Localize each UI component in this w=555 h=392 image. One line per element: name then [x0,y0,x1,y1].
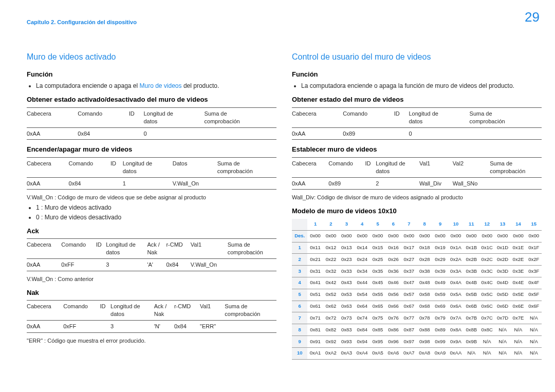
hex-cell: 0x31 [307,266,323,277]
hex-cell: N/A [526,347,542,359]
hex-cell: 0x26 [385,254,401,266]
hex-cell: 0x5A [448,289,464,301]
hex-row-header: 8 [292,324,307,336]
hex-cell: 0x84 [355,324,370,336]
hex-cell: 0x76 [385,312,401,324]
hex-cell: 0x94 [355,336,370,348]
cell [394,127,409,140]
funcion-bullet-r: La computadora enciende o apaga la funci… [301,82,542,90]
hex-cell: 0x58 [417,289,432,301]
cell: 0xAA [27,177,69,190]
hex-cell: 0x88 [417,324,432,336]
funcion-pre: La computadora enciende o apaga el [36,82,140,89]
hex-cell: 0x00 [355,230,370,242]
hex-cell: 0x51 [307,289,323,301]
hex-cell: 0x2A [448,254,464,266]
col-header: Cabecera [27,301,63,321]
hex-col-header: 3 [339,219,354,230]
col-header: Cabecera [292,107,343,127]
hex-cell: 0x38 [417,266,432,277]
hex-cell: 0x39 [432,266,448,277]
hex-row-header: 3 [292,266,307,277]
cell: 0 [409,127,469,140]
cell [470,127,542,140]
hex-cell: 0x1F [526,242,542,254]
hex-cell: 0x21 [307,254,323,266]
hex-cell: 0x5B [464,289,479,301]
hex-cell: 0x6C [479,301,495,312]
hex-cell: 0xA2 [323,347,339,359]
hex-cell: 0x7D [495,312,510,324]
hex-cell: 0x95 [370,336,385,348]
hex-cell: 0x3D [495,266,510,277]
page-number: 29 [525,8,540,26]
cell: 0xAA [292,127,343,140]
hex-cell: N/A [526,336,542,348]
col-header: Comando [78,107,128,127]
hex-cell: 0x4D [495,277,510,289]
hex-cell: 0x44 [355,277,370,289]
hex-cell: 0x1E [510,242,526,254]
hex-cell: 0x77 [401,312,417,324]
hex-row-header: Des. [292,230,307,242]
hex-cell: 0x00 [432,230,448,242]
hex-col-header [292,219,307,230]
hex-cell: 0x5C [479,289,495,301]
hex-cell: 0x75 [370,312,385,324]
col-header: Cabecera [27,157,69,177]
hex-cell: 0xA8 [417,347,432,359]
breadcrumb: Capítulo 2. Configuración del dispositiv… [27,18,137,26]
col-header: ID [100,301,110,321]
hex-cell: 0x4C [479,277,495,289]
note-0: 0 : Muro de videos desactivado [36,213,276,221]
cell [365,177,376,190]
hex-cell: N/A [510,324,526,336]
hex-col-header: 4 [355,219,370,230]
hex-cell: N/A [495,336,510,348]
col-header: Ack /Nak [147,239,166,259]
hex-cell: 0x97 [401,336,417,348]
hex-cell: 0xA7 [401,347,417,359]
hex-col-header: 7 [401,219,417,230]
col-header: Comando [328,157,365,177]
hex-cell: 0x43 [339,277,354,289]
hex-cell: 0x67 [401,301,417,312]
hex-cell: 0x6E [510,301,526,312]
hex-cell: 0x68 [417,301,432,312]
hex-cell: 0x46 [385,277,401,289]
col-header: Suma decomprobación [490,157,542,177]
hex-cell: 0x00 [370,230,385,242]
heading-set-l: Encender/apagar muro de videos [27,145,276,154]
funcion-bullet-l: La computadora enciende o apaga el Muro … [36,82,276,90]
col-header: ID [96,239,106,259]
hex-cell: 0x32 [323,266,339,277]
hex-cell: 0x2F [526,254,542,266]
hex-cell: 0x3B [464,266,479,277]
hex-col-header: 12 [479,219,495,230]
hex-cell: N/A [526,324,542,336]
hex-cell: 0x74 [355,312,370,324]
cell: 'A' [147,258,166,271]
cell: 0x84 [69,177,111,190]
hex-cell: 0x3C [479,266,495,277]
col-header: ID [394,107,409,127]
hex-cell: N/A [526,312,542,324]
hex-cell: 0x00 [495,230,510,242]
note-1: 1 : Muro de videos activado [36,203,276,212]
hex-cell: 0xA9 [432,347,448,359]
hex-cell: 0x69 [432,301,448,312]
col-header: Suma decomprobación [217,157,276,177]
hex-col-header: 15 [526,219,542,230]
cell: Wall_SNo [453,177,490,190]
hex-cell: 0x12 [323,242,339,254]
cell: 0x84 [174,320,200,332]
hex-cell: 0x4B [464,277,479,289]
cell: 0x89 [328,177,365,190]
hex-cell: 0x17 [401,242,417,254]
hex-row-header: 10 [292,347,307,359]
hex-col-header: 10 [448,219,464,230]
hex-cell: 0x13 [339,242,354,254]
hex-cell: 0x54 [355,289,370,301]
hex-row-header: 5 [292,289,307,301]
hex-cell: 0x91 [307,336,323,348]
